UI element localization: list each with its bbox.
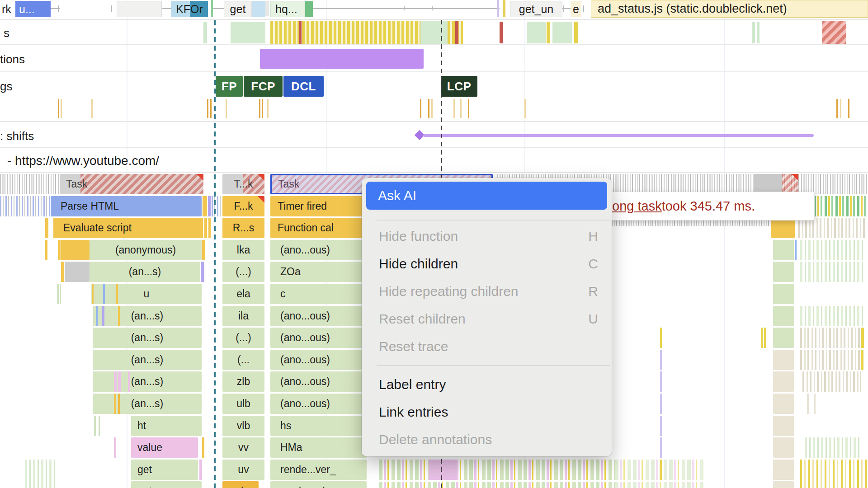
flame-bar-function[interactable]: ila	[222, 306, 264, 326]
layout-shift-cluster-line[interactable]	[423, 134, 814, 137]
long-task-link[interactable]: ong task	[612, 199, 662, 214]
interaction-bar[interactable]	[260, 49, 424, 69]
flame-bar-function[interactable]: (...)	[222, 262, 264, 282]
flame-bar-anonymous[interactable]: (an...s)	[93, 394, 202, 414]
flame-bar-function[interactable]: lka	[222, 240, 264, 260]
flame-bar-anonymous[interactable]: (ano...ous)	[270, 350, 367, 370]
menu-item-hide-repeating-children[interactable]: Hide repeating children R	[362, 277, 612, 305]
fcp-badge[interactable]: FCP	[244, 76, 283, 97]
menu-item-hide-function[interactable]: Hide function H	[362, 222, 612, 250]
menu-item-label-entry[interactable]: Label entry	[362, 371, 612, 398]
flame-bar-anonymous[interactable]: (an...s)	[93, 306, 202, 326]
flame-bar-label: F...k	[234, 200, 253, 212]
lcp-badge[interactable]: LCP	[441, 76, 477, 97]
menu-item-ask-ai[interactable]: Ask AI	[366, 182, 607, 210]
flame-bar-anonymous[interactable]: (ano...ous)	[270, 371, 367, 392]
flame-bar-label: hs	[280, 420, 291, 432]
network-request-bar[interactable]	[117, 1, 162, 17]
flame-bar-anonymous[interactable]: (ano...ous)	[270, 240, 367, 260]
flame-bar-render[interactable]: rend...ord	[270, 481, 367, 488]
flame-bar-function[interactable]: F...k	[222, 196, 264, 216]
network-request-bar-hovered[interactable]: ad_status.js (static.doubleclick.net)	[591, 0, 868, 18]
flame-bar-function[interactable]	[773, 240, 794, 260]
flame-bar-function[interactable]: get	[131, 460, 198, 480]
flame-bar-function[interactable]: HMa	[270, 437, 367, 458]
flame-bar-anonymous[interactable]: (an...s)	[93, 350, 202, 370]
flame-bar-function[interactable]	[773, 460, 794, 480]
flame-bar-timer-fired[interactable]: Timer fired	[270, 196, 367, 216]
flame-bar-function[interactable]: R...s	[222, 218, 264, 238]
flame-bar-anonymous[interactable]: (ano...ous)	[270, 306, 367, 326]
flame-bar-task[interactable]: T...k	[222, 174, 264, 194]
flame-bar-function[interactable]: ela	[222, 284, 264, 304]
menu-item-reset-trace[interactable]: Reset trace	[362, 333, 612, 360]
flame-bar-function[interactable]: get	[131, 481, 202, 488]
flame-bar-function[interactable]: hs	[270, 416, 367, 436]
menu-item-shortcut: C	[588, 256, 612, 272]
flame-bar-function[interactable]	[773, 262, 794, 282]
flame-bar-function[interactable]	[61, 240, 90, 260]
menu-item-hide-children[interactable]: Hide children C	[362, 250, 612, 277]
network-request-bar[interactable]: get_un	[510, 1, 562, 17]
flame-bar-function[interactable]: uv	[222, 460, 264, 480]
flame-bar-anonymous[interactable]: (ano...ous)	[270, 394, 367, 414]
flame-bar-function[interactable]: ZOa	[270, 262, 367, 282]
flame-bar-function[interactable]: ht	[131, 416, 202, 436]
flame-bar-function[interactable]: (...)	[222, 328, 264, 348]
main-thread-label[interactable]: - https://www.youtube.com/	[7, 154, 159, 168]
flame-bar-label: (ano...ous)	[280, 354, 330, 366]
menu-item-delete-annotations[interactable]: Delete annotations	[362, 426, 612, 453]
badge-label: DCL	[291, 80, 316, 94]
flame-bar-function[interactable]: (...	[222, 350, 264, 370]
menu-item-reset-children[interactable]: Reset children U	[362, 305, 612, 333]
flame-bar-function[interactable]	[773, 481, 794, 488]
flame-bar-anonymous[interactable]: (an...s)	[90, 262, 200, 282]
network-whisker-tick	[404, 6, 405, 10]
flame-bar-function[interactable]	[773, 328, 794, 348]
track-label-timings: gs	[0, 80, 12, 94]
flame-bar-function[interactable]	[771, 218, 795, 238]
flame-bar-function[interactable]: vlb	[222, 416, 264, 436]
partially-presented-frame[interactable]	[822, 21, 846, 44]
network-request-bar[interactable]	[252, 1, 265, 17]
flame-bar-anonymous[interactable]: (anonymous)	[90, 240, 202, 260]
flame-bar-function[interactable]	[773, 371, 794, 392]
timestamp-tick	[58, 99, 59, 118]
dcl-badge[interactable]: DCL	[283, 76, 324, 97]
flame-bar-function[interactable]	[429, 460, 457, 480]
flame-bar-label: ulb	[236, 398, 250, 410]
flame-bar-function[interactable]: c	[270, 284, 367, 304]
network-request-bar[interactable]: get	[224, 1, 252, 17]
network-request-bar[interactable]: u...	[15, 1, 51, 17]
flame-bar-function[interactable]	[773, 437, 794, 458]
menu-item-link-entries[interactable]: Link entries	[362, 398, 612, 426]
flame-bar-function[interactable]: d	[222, 481, 259, 488]
flame-bar-value[interactable]: value	[131, 437, 198, 458]
flame-bar-function[interactable]: vv	[222, 437, 264, 458]
network-request-bar[interactable]: e	[571, 1, 581, 17]
flame-bar-function[interactable]	[773, 306, 794, 326]
flame-bar-function[interactable]: zlb	[222, 371, 264, 392]
flame-bar-function[interactable]	[773, 284, 794, 304]
flame-bar-render[interactable]: rende...ver_	[270, 460, 367, 480]
collapsed-tasks-stripes[interactable]	[0, 196, 51, 216]
flame-bar-parse-html[interactable]: Parse HTML	[51, 196, 202, 216]
collapsed-tasks-stripes[interactable]	[0, 174, 59, 194]
network-request-bar[interactable]: KFOr	[171, 1, 208, 17]
flame-bar-anonymous[interactable]: (an...s)	[93, 328, 202, 348]
flame-bar-anonymous[interactable]: (ano...ous)	[270, 328, 367, 348]
network-request-bar[interactable]: hq...	[270, 1, 313, 17]
badge-label: LCP	[447, 80, 472, 94]
fp-badge[interactable]: FP	[216, 76, 243, 97]
flame-bar-task[interactable]: Task	[60, 174, 203, 194]
flame-bar-anonymous[interactable]: (an...s)	[93, 371, 202, 392]
flame-bar-function[interactable]: ulb	[222, 394, 264, 414]
flame-bar-function[interactable]: u	[91, 284, 202, 304]
network-marker	[503, 0, 505, 17]
flame-bar-task[interactable]	[65, 262, 90, 282]
flame-bar-function[interactable]	[773, 394, 794, 414]
flame-bar-function-call[interactable]: Function cal	[270, 218, 367, 238]
flame-bar-function[interactable]	[773, 416, 794, 436]
flame-bar-function[interactable]	[773, 350, 794, 370]
flame-bar-evaluate-script[interactable]: Evaluate script	[53, 218, 203, 238]
